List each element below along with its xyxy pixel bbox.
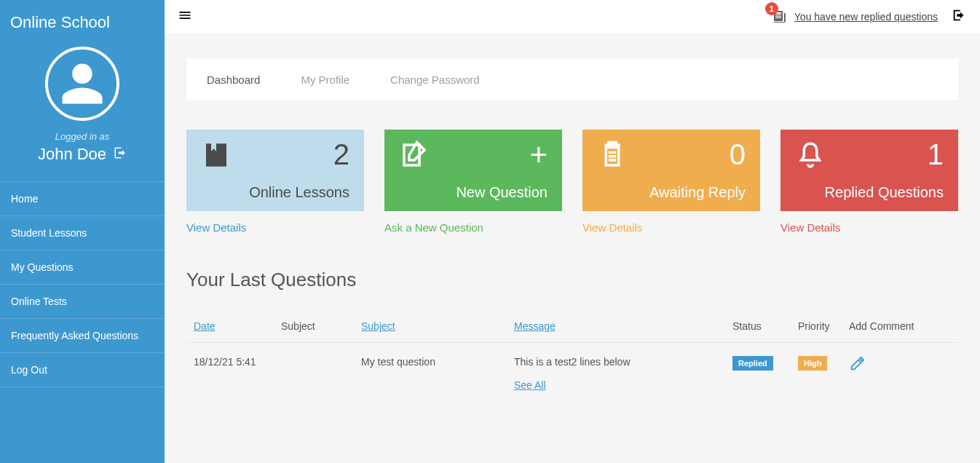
card-new-question: + New Question Ask a New Question [384, 130, 562, 234]
col-subject2[interactable]: Subject [354, 310, 507, 343]
card-new-question-plus: + [529, 140, 548, 170]
card-awaiting-label: Awaiting Reply [597, 184, 746, 201]
exit-icon[interactable] [951, 7, 967, 26]
col-subject1: Subject [274, 310, 354, 343]
book-icon [201, 140, 232, 170]
card-new-question-label: New Question [399, 184, 548, 201]
svg-rect-1 [775, 15, 781, 15]
card-lessons: 2 Online Lessons View Details [186, 130, 364, 234]
logged-in-label: Logged in as [0, 131, 165, 142]
clipboard-icon [597, 140, 628, 170]
logout-icon[interactable] [114, 146, 127, 162]
brand-title: Online School [0, 0, 165, 39]
status-badge: Replied [732, 356, 773, 371]
notification-badge: 1 [765, 2, 778, 15]
edit-icon [399, 140, 430, 170]
sidebar-item-logout[interactable]: Log Out [0, 352, 165, 387]
col-message[interactable]: Message [507, 310, 725, 343]
card-replied-label: Replied Questions [795, 184, 944, 201]
tabs: Dashboard My Profile Change Password [186, 58, 958, 100]
card-awaiting-box[interactable]: 0 Awaiting Reply [582, 130, 760, 211]
topbar: 1 You have new replied questions [165, 0, 980, 33]
col-comment: Add Comment [842, 310, 958, 343]
sidebar-item-home[interactable]: Home [0, 181, 165, 215]
card-replied: 1 Replied Questions View Details [781, 130, 958, 234]
cell-subject: My test question [354, 343, 507, 405]
card-lessons-box[interactable]: 2 Online Lessons [186, 130, 364, 211]
cell-date: 18/12/21 5:41 [186, 343, 274, 405]
card-replied-count: 1 [928, 140, 944, 169]
message-text: This is a test2 lines below [514, 356, 718, 368]
avatar [45, 47, 119, 121]
questions-table: Date Subject Subject Message Status Prio… [186, 310, 958, 405]
card-awaiting: 0 Awaiting Reply View Details [582, 130, 760, 234]
avatar-block: Logged in as John Doe [0, 47, 165, 164]
sidebar-item-lessons[interactable]: Student Lessons [0, 215, 165, 250]
col-date[interactable]: Date [186, 310, 274, 343]
card-new-question-box[interactable]: + New Question [384, 130, 562, 211]
col-status: Status [725, 310, 791, 343]
card-lessons-link[interactable]: View Details [186, 221, 364, 234]
stat-cards: 2 Online Lessons View Details + New Ques… [186, 130, 958, 234]
hamburger-icon[interactable] [178, 8, 192, 25]
card-new-question-link[interactable]: Ask a New Question [384, 221, 562, 234]
person-icon [58, 60, 106, 108]
sidebar-item-questions[interactable]: My Questions [0, 250, 165, 284]
see-all-link[interactable]: See All [514, 379, 546, 391]
card-replied-box[interactable]: 1 Replied Questions [781, 130, 958, 211]
add-comment-icon[interactable] [849, 363, 865, 374]
username: John Doe [38, 145, 106, 164]
cell-message: This is a test2 lines below See All [507, 343, 725, 405]
sidebar: Online School Logged in as John Doe Home… [0, 0, 165, 463]
svg-rect-3 [775, 17, 781, 18]
sidebar-item-tests[interactable]: Online Tests [0, 284, 165, 318]
notification-link[interactable]: 1 You have new replied questions [771, 8, 938, 25]
tab-dashboard[interactable]: Dashboard [186, 58, 280, 100]
section-title: Your Last Questions [186, 269, 958, 291]
sidebar-nav: Home Student Lessons My Questions Online… [0, 181, 165, 387]
sidebar-item-faq[interactable]: Frequently Asked Questions [0, 318, 165, 352]
tab-profile[interactable]: My Profile [280, 58, 370, 100]
priority-badge: High [798, 356, 827, 371]
svg-rect-2 [775, 16, 781, 17]
table-row: 18/12/21 5:41 My test question This is a… [186, 343, 958, 405]
card-lessons-label: Online Lessons [201, 184, 349, 201]
tab-password[interactable]: Change Password [370, 58, 500, 100]
main-content: Dashboard My Profile Change Password 2 O… [165, 33, 980, 430]
card-awaiting-count: 0 [730, 140, 746, 169]
notification-text[interactable]: You have new replied questions [794, 11, 938, 23]
card-replied-link[interactable]: View Details [781, 221, 958, 234]
card-lessons-count: 2 [333, 140, 349, 169]
col-priority: Priority [791, 310, 842, 343]
bell-icon [795, 140, 826, 170]
card-awaiting-link[interactable]: View Details [582, 221, 760, 234]
